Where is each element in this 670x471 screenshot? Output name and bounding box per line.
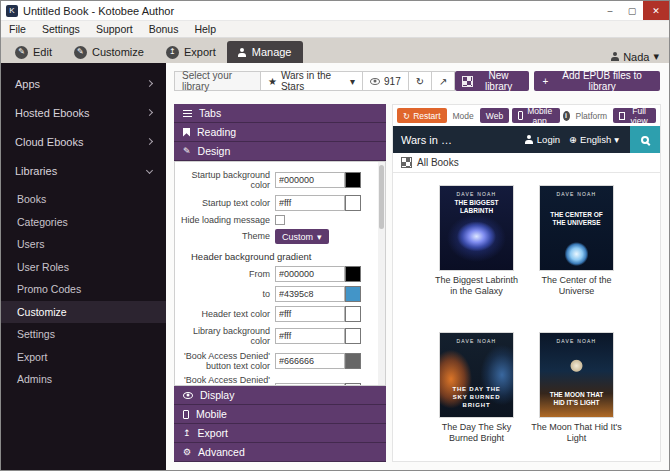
field-label: 'Book Access Denied' button background c… — [177, 375, 275, 386]
maximize-icon[interactable]: ▢ — [621, 1, 643, 20]
startup-text-swatch[interactable] — [345, 195, 361, 211]
app-icon: K — [6, 5, 18, 17]
tab-edit[interactable]: ✎ Edit — [4, 41, 63, 63]
login-link[interactable]: Login — [525, 134, 560, 145]
menu-settings[interactable]: Settings — [34, 23, 88, 35]
user-menu[interactable]: Nada ▾ — [610, 50, 669, 63]
menu-support[interactable]: Support — [88, 23, 141, 35]
theme-dropdown[interactable]: Custom ▾ — [275, 229, 329, 244]
new-library-button[interactable]: New library — [455, 71, 529, 91]
sidebar-item-customize[interactable]: Customize — [1, 301, 166, 324]
content-area: Select your library ★ Wars in the Stars … — [166, 63, 669, 470]
share-button[interactable]: ↗ — [431, 71, 455, 91]
menu-help[interactable]: Help — [186, 23, 224, 35]
preview-controls: ↻ Restart Mode Web Mobile app i Platform — [393, 105, 660, 126]
login-label: Login — [537, 134, 560, 145]
user-name: Nada — [623, 51, 649, 63]
library-bg-input[interactable] — [275, 328, 345, 344]
book-item[interactable]: DAVE NOAH THE CENTER OF THE UNIVERSE The… — [529, 186, 625, 315]
tab-manage[interactable]: Manage — [227, 41, 303, 63]
accordion-design[interactable]: ✎ Design — [174, 142, 386, 161]
denied-text-input[interactable] — [275, 353, 345, 369]
accordion-tabs[interactable]: Tabs — [174, 104, 386, 123]
book-cover[interactable]: DAVE NOAH THE MOON THAT HID IT'S LIGHT — [540, 333, 613, 417]
accordion-advanced[interactable]: ⚙ Advanced — [174, 443, 386, 462]
startup-bg-swatch[interactable] — [345, 172, 361, 188]
library-bar: Select your library ★ Wars in the Stars … — [166, 63, 669, 99]
startup-bg-input[interactable] — [275, 172, 345, 188]
mobile-mode-button[interactable]: Mobile app — [512, 108, 559, 123]
sidebar-item-libraries[interactable]: Libraries — [1, 156, 166, 185]
sidebar-item-cloud-ebooks[interactable]: Cloud Ebooks — [1, 127, 166, 156]
restart-button[interactable]: ↻ Restart — [397, 108, 447, 123]
library-bg-swatch[interactable] — [345, 328, 361, 344]
tab-export[interactable]: ↥ Export — [155, 41, 227, 63]
sub-item-label: Promo Codes — [17, 283, 81, 295]
close-icon[interactable]: ✕ — [643, 1, 669, 20]
full-view-button[interactable]: Full view — [613, 108, 656, 123]
scrollbar-thumb[interactable] — [379, 165, 384, 229]
denied-bg-swatch[interactable] — [345, 383, 361, 386]
new-library-label: New library — [476, 70, 522, 92]
gear-icon: ⚙ — [183, 448, 191, 457]
sidebar-item-admins[interactable]: Admins — [1, 368, 166, 391]
gradient-from-input[interactable] — [275, 266, 345, 282]
sub-item-label: User Roles — [17, 261, 69, 273]
sidebar-item-apps[interactable]: Apps — [1, 69, 166, 98]
app-window: K Untitled Book - Kotobee Author – ▢ ✕ F… — [0, 0, 670, 471]
menu-bonus[interactable]: Bonus — [141, 23, 187, 35]
accordion-display[interactable]: Display — [174, 386, 386, 405]
book-item[interactable]: DAVE NOAH THE BIGGEST LABRINTH The Bigge… — [429, 186, 525, 315]
field-library-bg: Library background color — [177, 326, 373, 347]
header-text-swatch[interactable] — [345, 306, 361, 322]
language-label: English — [580, 134, 611, 145]
cover-title: THE BIGGEST LABRINTH — [444, 199, 509, 216]
chevron-right-icon — [146, 109, 153, 116]
sidebar-item-books[interactable]: Books — [1, 188, 166, 211]
design-scrollbar[interactable] — [378, 162, 385, 385]
sidebar-item-categories[interactable]: Categories — [1, 211, 166, 234]
book-cover[interactable]: DAVE NOAH THE DAY THE SKY BURNED BRIGHT — [440, 333, 513, 417]
library-dropdown[interactable]: ★ Wars in the Stars ▾ — [260, 71, 363, 91]
field-label: to — [177, 289, 275, 299]
denied-bg-input[interactable] — [275, 383, 345, 386]
web-mode-button[interactable]: Web — [480, 108, 509, 123]
denied-text-swatch[interactable] — [345, 353, 361, 369]
cover-author: DAVE NOAH — [440, 338, 513, 344]
sidebar-item-hosted-ebooks[interactable]: Hosted Ebooks — [1, 98, 166, 127]
book-cover[interactable]: DAVE NOAH THE CENTER OF THE UNIVERSE — [540, 186, 613, 270]
book-caption: The Day The Sky Burned Bright — [431, 422, 523, 445]
info-icon[interactable]: i — [563, 111, 570, 121]
gradient-to-swatch[interactable] — [345, 286, 361, 302]
startup-text-input[interactable] — [275, 195, 345, 211]
hide-loading-checkbox[interactable] — [275, 215, 285, 225]
minimize-icon[interactable]: – — [599, 1, 621, 20]
sidebar-item-settings[interactable]: Settings — [1, 323, 166, 346]
gradient-from-swatch[interactable] — [345, 266, 361, 282]
book-item[interactable]: DAVE NOAH THE MOON THAT HID IT'S LIGHT T… — [529, 333, 625, 462]
sidebar-item-user-roles[interactable]: User Roles — [1, 256, 166, 279]
gradient-to-input[interactable] — [275, 286, 345, 302]
accordion-mobile[interactable]: Mobile — [174, 405, 386, 424]
all-books-tab[interactable]: All Books — [393, 153, 660, 173]
preview-app-header: Wars in … Login ⊕ English ▾ — [393, 126, 660, 153]
accordion-reading[interactable]: Reading — [174, 123, 386, 142]
person-icon — [238, 48, 247, 57]
book-item[interactable]: DAVE NOAH THE DAY THE SKY BURNED BRIGHT … — [429, 333, 525, 462]
menu-file[interactable]: File — [1, 23, 34, 35]
sidebar-item-users[interactable]: Users — [1, 233, 166, 256]
header-text-input[interactable] — [275, 306, 345, 322]
tab-customize[interactable]: ✎ Customize — [63, 41, 155, 63]
language-dropdown[interactable]: ⊕ English ▾ — [569, 134, 619, 145]
refresh-button[interactable]: ↻ — [408, 71, 432, 91]
sidebar-item-export[interactable]: Export — [1, 346, 166, 369]
book-cover[interactable]: DAVE NOAH THE BIGGEST LABRINTH — [440, 186, 513, 270]
accordion-export[interactable]: ↥ Export — [174, 424, 386, 443]
field-label: From — [177, 269, 275, 279]
view-count: 917 — [362, 71, 409, 91]
search-button[interactable] — [630, 126, 660, 153]
eye-icon — [183, 392, 193, 399]
add-epub-button[interactable]: + Add EPUB files to library — [534, 71, 660, 91]
sidebar-item-promo-codes[interactable]: Promo Codes — [1, 278, 166, 301]
toolbar: ✎ Edit ✎ Customize ↥ Export Manage Nada … — [1, 38, 669, 63]
